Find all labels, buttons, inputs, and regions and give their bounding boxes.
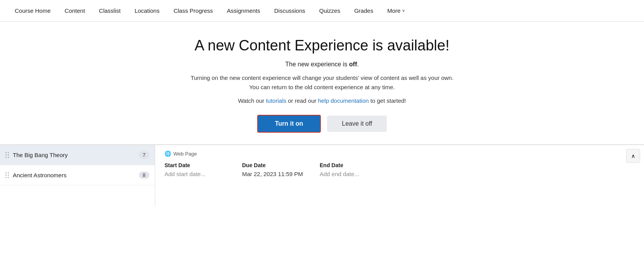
sidebar-item-badge: 7 bbox=[139, 151, 149, 159]
nav-more-label: More bbox=[387, 7, 400, 14]
nav-class-progress[interactable]: Class Progress bbox=[166, 0, 220, 22]
nav-more[interactable]: More ∨ bbox=[380, 0, 412, 22]
nav-quizzes[interactable]: Quizzes bbox=[312, 0, 347, 22]
nav-grades[interactable]: Grades bbox=[347, 0, 380, 22]
links-middle: or read our bbox=[286, 97, 318, 104]
turn-it-on-button[interactable]: Turn it on bbox=[257, 115, 321, 133]
sidebar-item-name: The Big Bang Theory bbox=[13, 152, 135, 158]
list-item[interactable]: The Big Bang Theory 7 bbox=[0, 145, 155, 165]
due-date-col: Due Date Mar 22, 2023 11:59 PM bbox=[242, 162, 320, 177]
course-sidebar: The Big Bang Theory 7 Ancient Astronomer… bbox=[0, 145, 155, 207]
help-documentation-link[interactable]: help documentation bbox=[318, 97, 369, 104]
banner-description: Turning on the new content experience wi… bbox=[190, 73, 454, 92]
content-experience-banner: A new Content Experience is available! T… bbox=[0, 22, 644, 145]
start-date-value[interactable]: Add start date... bbox=[164, 171, 242, 177]
bottom-content-area: The Big Bang Theory 7 Ancient Astronomer… bbox=[0, 145, 644, 207]
due-date-value[interactable]: Mar 22, 2023 11:59 PM bbox=[242, 171, 320, 177]
banner-status-prefix: The new experience is bbox=[285, 61, 349, 67]
nav-locations[interactable]: Locations bbox=[128, 0, 166, 22]
main-content: A new Content Experience is available! T… bbox=[0, 22, 644, 207]
nav-discussions[interactable]: Discussions bbox=[267, 0, 312, 22]
dates-row: Start Date Add start date... Due Date Ma… bbox=[164, 162, 635, 177]
banner-links: Watch our tutorials or read our help doc… bbox=[238, 97, 406, 104]
drag-handle-icon[interactable] bbox=[5, 172, 9, 178]
list-item[interactable]: Ancient Astronomers 8 bbox=[0, 165, 155, 185]
banner-buttons: Turn it on Leave it off bbox=[257, 115, 387, 133]
nav-content[interactable]: Content bbox=[58, 0, 92, 22]
nav-course-home[interactable]: Course Home bbox=[8, 0, 58, 22]
tutorials-link[interactable]: tutorials bbox=[266, 97, 286, 104]
drag-handle-icon[interactable] bbox=[5, 152, 9, 158]
collapse-panel-button[interactable]: ∧ bbox=[626, 149, 640, 163]
banner-status-value: off bbox=[349, 61, 357, 67]
start-date-col: Start Date Add start date... bbox=[164, 162, 242, 177]
content-detail-pane: 🌐 Web Page Start Date Add start date... … bbox=[155, 145, 644, 207]
banner-status: The new experience is off. bbox=[285, 61, 358, 68]
nav-assignments[interactable]: Assignments bbox=[220, 0, 267, 22]
globe-icon: 🌐 bbox=[164, 150, 171, 157]
banner-status-suffix: . bbox=[357, 61, 358, 67]
due-date-label: Due Date bbox=[242, 162, 320, 168]
chevron-up-icon: ∧ bbox=[631, 153, 635, 159]
top-navigation: Course Home Content Classlist Locations … bbox=[0, 0, 644, 22]
banner-title: A new Content Experience is available! bbox=[195, 37, 450, 54]
start-date-label: Start Date bbox=[164, 162, 242, 168]
sidebar-item-name: Ancient Astronomers bbox=[13, 172, 135, 178]
end-date-label: End Date bbox=[320, 162, 397, 168]
content-type-label: Web Page bbox=[173, 151, 197, 157]
links-suffix: to get started! bbox=[369, 97, 406, 104]
leave-it-off-button[interactable]: Leave it off bbox=[327, 116, 387, 132]
end-date-value[interactable]: Add end date... bbox=[320, 171, 397, 177]
nav-classlist[interactable]: Classlist bbox=[92, 0, 128, 22]
chevron-down-icon: ∨ bbox=[402, 8, 405, 13]
sidebar-item-badge: 8 bbox=[139, 171, 149, 179]
end-date-col: End Date Add end date... bbox=[320, 162, 397, 177]
links-prefix: Watch our bbox=[238, 97, 266, 104]
content-type: 🌐 Web Page bbox=[164, 150, 635, 157]
